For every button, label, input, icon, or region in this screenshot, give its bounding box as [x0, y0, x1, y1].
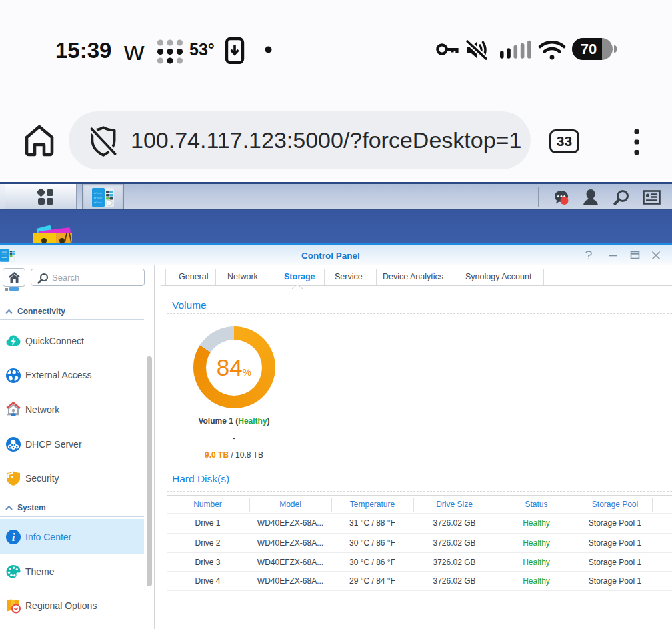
svg-text:i: i	[12, 531, 15, 544]
